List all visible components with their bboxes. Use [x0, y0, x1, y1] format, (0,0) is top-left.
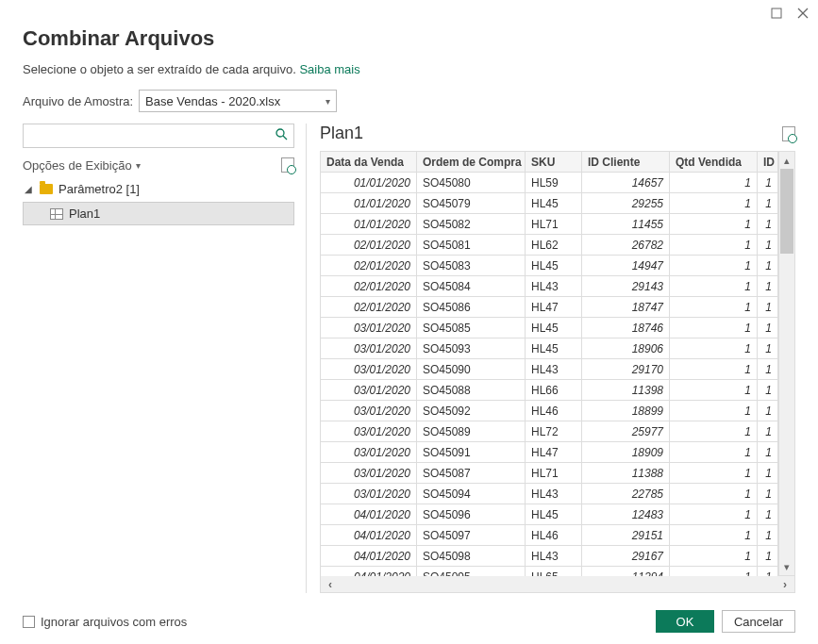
ignore-errors-checkbox[interactable]: Ignorar arquivos com erros	[23, 615, 187, 629]
table-row[interactable]: 03/01/2020SO45093HL451890611	[321, 339, 778, 359]
table-cell: 1	[670, 193, 758, 214]
table-cell: HL43	[526, 359, 582, 380]
sheet-icon	[50, 208, 63, 220]
table-cell: 1	[758, 193, 778, 214]
folder-icon	[40, 184, 53, 194]
cancel-button[interactable]: Cancelar	[722, 610, 795, 633]
table-row[interactable]: 02/01/2020SO45081HL622678211	[321, 235, 778, 256]
svg-rect-0	[772, 8, 781, 18]
sample-file-label: Arquivo de Amostra:	[23, 94, 133, 108]
table-cell: 1	[758, 401, 778, 421]
table-cell: 29255	[582, 193, 670, 214]
table-cell: 1	[670, 421, 758, 442]
maximize-icon[interactable]	[769, 6, 784, 21]
search-input[interactable]	[29, 129, 275, 143]
table-cell: SO45096	[417, 504, 526, 525]
table-cell: HL66	[526, 380, 582, 401]
ignore-errors-label: Ignorar arquivos com erros	[41, 615, 187, 629]
table-row[interactable]: 04/01/2020SO45097HL462915111	[321, 525, 778, 546]
table-row[interactable]: 04/01/2020SO45095HL651139411	[321, 567, 778, 577]
sample-file-select[interactable]: Base Vendas - 2020.xlsx ▾	[139, 90, 337, 112]
table-cell: 1	[670, 276, 758, 297]
collapse-icon[interactable]: ◢	[25, 184, 34, 194]
search-icon	[275, 128, 288, 143]
table-cell: 1	[758, 359, 778, 380]
table-row[interactable]: 01/01/2020SO45079HL452925511	[321, 193, 778, 214]
learn-more-link[interactable]: Saiba mais	[299, 62, 359, 76]
table-row[interactable]: 03/01/2020SO45087HL711138811	[321, 463, 778, 484]
table-cell: 1	[758, 297, 778, 318]
column-header[interactable]: ID L	[758, 152, 778, 173]
table-cell: 1	[758, 380, 778, 401]
table-row[interactable]: 04/01/2020SO45098HL432916711	[321, 546, 778, 567]
ok-button[interactable]: OK	[656, 610, 714, 633]
table-cell: HL45	[526, 504, 582, 525]
table-row[interactable]: 03/01/2020SO45090HL432917011	[321, 359, 778, 380]
table-cell: 01/01/2020	[321, 173, 417, 193]
tree-folder-node[interactable]: ◢ Parâmetro2 [1]	[23, 178, 294, 200]
column-header[interactable]: SKU	[526, 152, 582, 173]
table-row[interactable]: 03/01/2020SO45091HL471890911	[321, 442, 778, 463]
table-cell: 01/01/2020	[321, 214, 417, 235]
table-cell: 03/01/2020	[321, 380, 417, 401]
close-icon[interactable]	[795, 6, 810, 21]
table-row[interactable]: 03/01/2020SO45088HL661139811	[321, 380, 778, 401]
column-header[interactable]: Data da Venda	[321, 152, 417, 173]
table-row[interactable]: 01/01/2020SO45080HL591465711	[321, 173, 778, 193]
horizontal-scrollbar[interactable]: ‹ ›	[320, 576, 795, 593]
table-cell: 1	[670, 235, 758, 256]
display-options-label: Opções de Exibição	[23, 158, 132, 173]
table-row[interactable]: 03/01/2020SO45085HL451874611	[321, 318, 778, 339]
column-header[interactable]: Ordem de Compra	[417, 152, 526, 173]
table-cell: 1	[670, 401, 758, 421]
table-cell: 1	[670, 318, 758, 339]
table-cell: 1	[758, 525, 778, 546]
refresh-preview-icon[interactable]	[281, 157, 294, 173]
table-cell: 14657	[582, 173, 670, 193]
table-cell: HL43	[526, 276, 582, 297]
table-cell: HL45	[526, 339, 582, 359]
table-row[interactable]: 01/01/2020SO45082HL711145511	[321, 214, 778, 235]
column-header[interactable]: ID Cliente	[582, 152, 670, 173]
column-header[interactable]: Qtd Vendida	[670, 152, 758, 173]
scroll-thumb[interactable]	[780, 169, 793, 254]
table-row[interactable]: 04/01/2020SO45096HL451248311	[321, 504, 778, 525]
table-cell: 1	[670, 484, 758, 504]
table-cell: 29170	[582, 359, 670, 380]
refresh-preview-icon[interactable]	[782, 126, 795, 141]
table-cell: HL47	[526, 442, 582, 463]
table-cell: 29167	[582, 546, 670, 567]
table-cell: 03/01/2020	[321, 339, 417, 359]
table-row[interactable]: 02/01/2020SO45084HL432914311	[321, 276, 778, 297]
tree-folder-label: Parâmetro2 [1]	[58, 182, 140, 196]
scroll-right-icon[interactable]: ›	[776, 578, 794, 591]
data-table: Data da VendaOrdem de CompraSKUID Client…	[320, 151, 778, 576]
table-cell: 1	[670, 463, 758, 484]
table-row[interactable]: 02/01/2020SO45086HL471874711	[321, 297, 778, 318]
table-cell: 02/01/2020	[321, 276, 417, 297]
scroll-up-icon[interactable]: ▴	[779, 152, 794, 169]
vertical-scrollbar[interactable]: ▴ ▾	[778, 151, 795, 576]
table-cell: 02/01/2020	[321, 256, 417, 276]
table-cell: SO45083	[417, 256, 526, 276]
table-row[interactable]: 03/01/2020SO45089HL722597711	[321, 421, 778, 442]
display-options-button[interactable]: Opções de Exibição ▾	[23, 158, 141, 173]
scroll-down-icon[interactable]: ▾	[779, 558, 794, 575]
tree-sheet-node[interactable]: Plan1	[23, 202, 294, 225]
sample-file-value: Base Vendas - 2020.xlsx	[145, 94, 280, 108]
table-cell: 1	[670, 567, 758, 577]
table-cell: 03/01/2020	[321, 442, 417, 463]
table-row[interactable]: 02/01/2020SO45083HL451494711	[321, 256, 778, 276]
table-cell: 1	[758, 173, 778, 193]
table-row[interactable]: 03/01/2020SO45092HL461889911	[321, 401, 778, 421]
table-row[interactable]: 03/01/2020SO45094HL432278511	[321, 484, 778, 504]
table-cell: HL47	[526, 297, 582, 318]
checkbox-icon[interactable]	[23, 616, 35, 628]
table-cell: 1	[670, 297, 758, 318]
table-cell: SO45084	[417, 276, 526, 297]
search-input-wrapper[interactable]	[23, 124, 294, 148]
chevron-down-icon: ▾	[326, 96, 330, 107]
table-cell: 03/01/2020	[321, 318, 417, 339]
table-cell: 1	[670, 380, 758, 401]
scroll-left-icon[interactable]: ‹	[321, 578, 340, 591]
